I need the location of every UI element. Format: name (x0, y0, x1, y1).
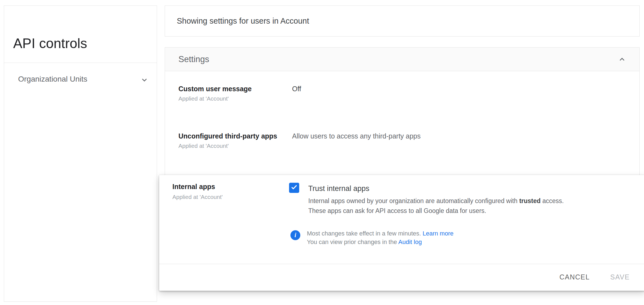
setting-applied-at: Applied at 'Account' (172, 194, 223, 200)
checkbox-label: Trust internal apps (308, 184, 369, 193)
description-text: These apps can ask for API access to all… (308, 207, 486, 214)
learn-more-link[interactable]: Learn more (422, 230, 453, 237)
checkmark-icon (290, 184, 298, 192)
setting-applied-at: Applied at 'Account' (178, 143, 639, 149)
button-row-divider (159, 264, 644, 264)
settings-card: Settings Custom user message Applied at … (165, 47, 640, 176)
organizational-units-label: Organizational Units (18, 75, 87, 84)
internal-apps-edit-card: Internal apps Applied at 'Account' Trust… (159, 175, 644, 291)
sidebar-card: API controls Organizational Units (4, 5, 157, 302)
info-note: Most changes take effect in a few minute… (307, 229, 453, 246)
chevron-down-icon (140, 75, 149, 85)
audit-log-link[interactable]: Audit log (398, 239, 422, 245)
setting-row-custom-user-message[interactable]: Custom user message Applied at 'Account'… (165, 84, 639, 102)
internal-apps-description: Internal apps owned by your organization… (308, 196, 564, 216)
description-bold-text: trusted (519, 197, 541, 204)
setting-row-unconfigured-third-party-apps[interactable]: Unconfigured third-party apps Applied at… (165, 132, 639, 149)
setting-value: Off (292, 85, 301, 93)
setting-value: Allow users to access any third-party ap… (292, 132, 421, 140)
sidebar-item-organizational-units[interactable]: Organizational Units (4, 71, 157, 88)
save-button[interactable]: SAVE (606, 271, 634, 283)
trust-internal-apps-checkbox[interactable] (289, 183, 299, 193)
info-icon-glyph: i (295, 232, 296, 239)
description-text: access. (541, 197, 564, 204)
scope-bar: Showing settings for users in Account (165, 5, 640, 37)
setting-label: Internal apps (172, 183, 215, 191)
setting-label: Custom user message (178, 84, 639, 93)
info-text: Most changes take effect in a few minute… (307, 230, 422, 237)
setting-applied-at: Applied at 'Account' (178, 95, 639, 102)
settings-section-header[interactable]: Settings (165, 48, 639, 71)
description-text: Internal apps owned by your organization… (308, 197, 519, 204)
cancel-button[interactable]: CANCEL (556, 271, 593, 283)
info-icon: i (290, 230, 300, 240)
page-root: API controls Organizational Units Showin… (0, 0, 644, 305)
info-text: You can view prior changes in the (307, 239, 398, 245)
chevron-up-icon[interactable] (617, 55, 627, 64)
sidebar-divider (4, 63, 157, 63)
page-title: API controls (13, 35, 87, 51)
settings-section-title: Settings (178, 54, 209, 64)
scope-text: Showing settings for users in Account (177, 16, 309, 26)
